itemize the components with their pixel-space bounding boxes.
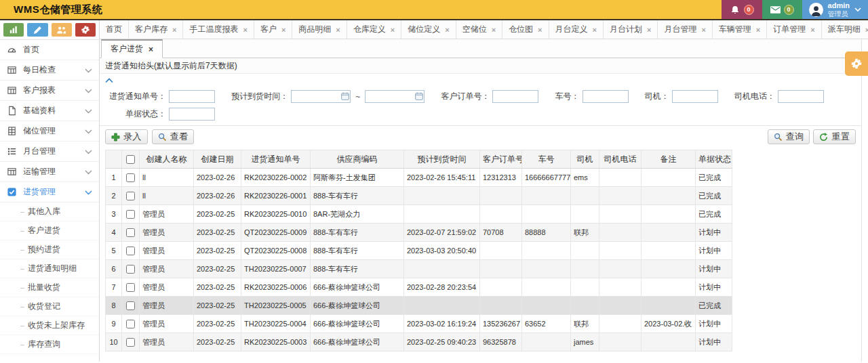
tab-close-icon[interactable]: ×	[445, 26, 449, 34]
row-checkbox[interactable]	[126, 320, 135, 328]
form-field: 单据状态：	[105, 108, 215, 121]
reset-button[interactable]: 重置	[813, 129, 856, 144]
sidebar-item-储位管理[interactable]: 储位管理	[0, 121, 99, 142]
row-checkbox[interactable]	[126, 228, 135, 237]
top-tab-月台定义[interactable]: 月台定义×	[549, 20, 604, 39]
top-tab-派车明细[interactable]: 派车明细×	[822, 20, 868, 39]
calendar-icon[interactable]	[341, 92, 349, 102]
cell-select	[122, 223, 140, 242]
row-checkbox[interactable]	[126, 173, 135, 182]
top-tab-首页[interactable]: 首页	[100, 20, 129, 39]
sidebar-item-首页[interactable]: 首页	[0, 40, 99, 60]
view-button[interactable]: 查看	[152, 129, 195, 144]
sidebar-item-客户报表[interactable]: 客户报表	[0, 81, 99, 101]
top-tab-月台计划[interactable]: 月台计划×	[604, 20, 658, 39]
top-tab-月台管理[interactable]: 月台管理×	[658, 20, 712, 39]
sidebar-item-月台管理[interactable]: 月台管理	[0, 142, 99, 162]
table-row[interactable]: 1ll2023-02-26RK20230226-0002阿斯蒂芬-土发集团202…	[106, 169, 732, 187]
tab-close-icon[interactable]: ×	[593, 26, 597, 34]
table-row[interactable]: 7管理员2023-02-25RK20230225-0006666-蔡徐坤篮球公司…	[106, 278, 732, 297]
table-row[interactable]: 6管理员2023-02-25TH20230225-0007888-车有车行计划中	[106, 260, 732, 278]
tab-close-icon[interactable]: ×	[172, 26, 176, 34]
sidebar-subitem-收货登记[interactable]: 收货登记	[0, 297, 99, 316]
pencil-quick-button[interactable]	[27, 23, 47, 37]
tab-close-icon[interactable]: ×	[865, 26, 868, 34]
top-tab-仓位图[interactable]: 仓位图×	[502, 20, 549, 39]
bar-chart-quick-button[interactable]	[3, 23, 24, 37]
gears-quick-button[interactable]	[75, 23, 96, 37]
top-tab-储位定义[interactable]: 储位定义×	[401, 20, 456, 39]
query-button[interactable]: 查询	[768, 129, 810, 144]
sidebar-subitem-库存查询[interactable]: 库存查询	[0, 335, 99, 354]
row-checkbox[interactable]	[126, 265, 135, 274]
cell-date: 2023-02-25	[194, 333, 241, 351]
notice-no-input[interactable]	[169, 90, 215, 103]
cell-creator: 管理员	[140, 278, 194, 297]
row-checkbox[interactable]	[126, 283, 135, 292]
top-tab-商品明细[interactable]: 商品明细×	[292, 20, 347, 39]
tab-close-icon[interactable]: ×	[391, 26, 395, 34]
sidebar-item-基础资料[interactable]: 基础资料	[0, 101, 99, 121]
table-row[interactable]: 8管理员2023-02-25TH20230225-0005666-蔡徐坤篮球公司…	[106, 297, 732, 315]
sidebar-subitem-批量收货[interactable]: 批量收货	[0, 278, 99, 297]
top-tab-仓库定义[interactable]: 仓库定义×	[347, 20, 401, 39]
sidebar-subitem-客户进货[interactable]: 客户进货	[0, 221, 99, 240]
tab-close-icon[interactable]: ×	[810, 26, 814, 34]
row-checkbox[interactable]	[126, 301, 135, 310]
tab-customer-inbound[interactable]: 客户进货 ×	[101, 39, 163, 58]
calendar-icon[interactable]	[415, 92, 423, 102]
sidebar-subitem-预约进货[interactable]: 预约进货	[0, 240, 99, 259]
tab-close-icon[interactable]: ×	[647, 26, 651, 34]
sidebar-item-运输管理[interactable]: 运输管理	[0, 162, 99, 182]
driver-input[interactable]	[672, 90, 718, 103]
top-tab-客户库存[interactable]: 客户库存×	[129, 20, 183, 39]
table-row[interactable]: 2ll2023-02-26RK20230226-0001888-车有车行已完成	[106, 187, 732, 205]
top-tab-空储位[interactable]: 空储位×	[456, 20, 502, 39]
cell-order_no: 12312313	[480, 169, 522, 187]
table-row[interactable]: 9管理员2023-02-25TH20230225-0004666-蔡徐坤篮球公司…	[106, 315, 732, 333]
tab-close-icon[interactable]: ×	[538, 26, 542, 34]
top-tab-客户[interactable]: 客户×	[254, 20, 292, 39]
top-tab-车辆管理[interactable]: 车辆管理×	[713, 20, 767, 39]
top-tab-手工温度报表[interactable]: 手工温度报表×	[183, 20, 254, 39]
collapse-toggle[interactable]	[100, 74, 120, 85]
table-row[interactable]: 3管理员2023-02-25RK20230225-00108AR-芜湖众力已完成	[106, 205, 732, 223]
col-客户订单号: 客户订单号	[480, 150, 522, 169]
sidebar-subitem-进货通知明细[interactable]: 进货通知明细	[0, 259, 99, 278]
messages-button[interactable]: 0	[762, 0, 802, 19]
table-row[interactable]: 10管理员2023-02-25RK20230225-0003666-蔡徐坤篮球公…	[106, 333, 732, 351]
cell-date: 2023-02-25	[194, 205, 241, 223]
table-row[interactable]: 5管理员2023-02-25QT20230225-0008888-车有车行202…	[106, 242, 732, 260]
cell-phone	[599, 260, 642, 278]
settings-gear-button[interactable]	[845, 51, 868, 76]
row-checkbox[interactable]	[126, 192, 135, 200]
tab-close-icon[interactable]: ×	[492, 26, 496, 34]
select-all-checkbox[interactable]	[126, 155, 135, 164]
sidebar-subitem-其他入库[interactable]: 其他入库	[0, 202, 99, 221]
customer-order-input[interactable]	[492, 90, 538, 103]
tab-close-icon[interactable]: ×	[243, 26, 247, 34]
sidebar-subitem-收货未上架库存[interactable]: 收货未上架库存	[0, 316, 99, 335]
row-checkbox[interactable]	[126, 338, 135, 347]
driver-phone-input[interactable]	[778, 90, 824, 103]
cell-notice_no: RK20230225-0003	[241, 333, 311, 351]
notifications-button[interactable]: 0	[722, 0, 762, 19]
row-checkbox[interactable]	[126, 210, 135, 219]
sidebar-item-每日检查[interactable]: 每日检查	[0, 60, 99, 81]
tab-close-icon[interactable]: ×	[149, 45, 153, 54]
users-quick-button[interactable]	[52, 23, 72, 37]
table-row[interactable]: 4管理员2023-02-25QT20230225-0009888-车有车行202…	[106, 223, 732, 242]
tab-close-icon[interactable]: ×	[756, 26, 760, 34]
row-checkbox[interactable]	[126, 247, 135, 255]
sidebar-item-进货管理[interactable]: 进货管理	[0, 182, 99, 202]
truck-no-input[interactable]	[583, 90, 629, 103]
add-button[interactable]: 录入	[105, 129, 148, 144]
top-tab-订单管理[interactable]: 订单管理×	[767, 20, 821, 39]
tab-close-icon[interactable]: ×	[281, 26, 285, 34]
doc-status-input[interactable]	[169, 108, 215, 121]
cell-truck_no: 16666667777	[522, 169, 571, 187]
tab-close-icon[interactable]: ×	[701, 26, 705, 34]
tab-close-icon[interactable]: ×	[336, 26, 340, 34]
user-menu[interactable]: admin 管理员	[802, 0, 868, 19]
col-供应商编码: 供应商编码	[311, 150, 404, 169]
